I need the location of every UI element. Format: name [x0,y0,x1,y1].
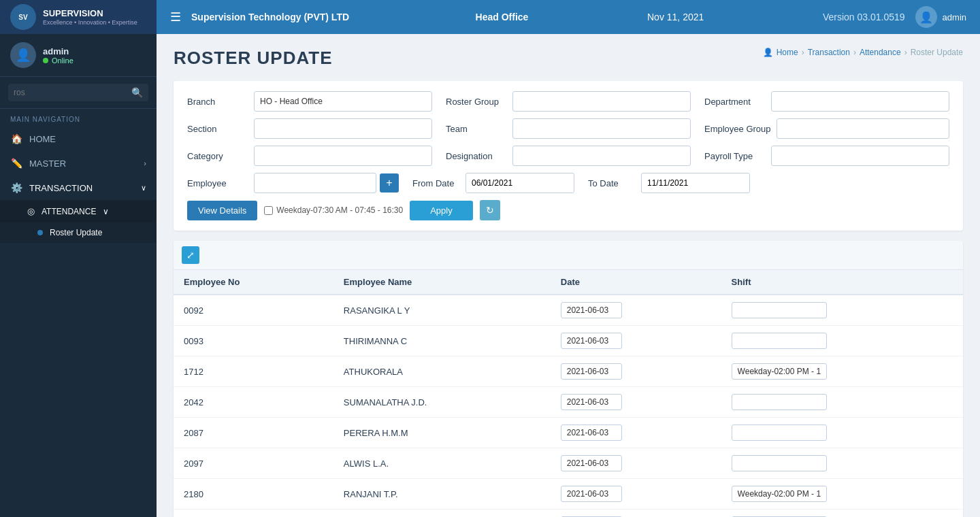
view-details-button[interactable]: View Details [187,201,257,220]
sidebar-logo: SV SUPERVISION Excellence • Innovation •… [0,0,157,34]
breadcrumb: 👤 Home › Transaction › Attendance › Rost… [763,48,963,57]
nav-section-label: MAIN NAVIGATION [0,109,157,127]
table-row: 2180RANJANI T.P.2021-06-03 [174,479,963,510]
breadcrumb-home[interactable]: Home [777,48,798,57]
topbar-user: 👤 admin [915,6,966,28]
sidebar-item-home[interactable]: 🏠 HOME [0,127,157,151]
breadcrumb-attendance[interactable]: Attendance [860,48,901,57]
section-row: Section [187,118,432,139]
transaction-icon: ⚙️ [10,182,22,193]
weekday-label: Weekday-07:30 AM - 07:45 - 16:30 [276,205,403,215]
expand-button[interactable]: ⤢ [182,246,199,264]
add-employee-button[interactable]: + [380,173,399,193]
col-employee-name: Employee Name [333,270,551,295]
cell-employee-no: 2242 [174,510,333,518]
employee-group-input[interactable] [777,118,949,139]
employee-input-wrap: + [254,173,399,193]
to-date-input[interactable] [641,173,750,193]
payroll-type-label: Payroll Type [704,151,766,161]
logo-text: SUPERVISION [43,8,137,19]
weekday-checkbox-label: Weekday-07:30 AM - 07:45 - 16:30 [264,205,403,215]
filter-panel: Branch Roster Group Department Section [174,81,963,231]
chevron-down-icon: ∨ [141,184,146,193]
cell-date: 2021-06-03 [551,356,721,387]
designation-row: Designation [446,146,691,166]
page-header: ROSTER UPDATE 👤 Home › Transaction › Att… [174,48,963,69]
shift-input[interactable] [732,486,827,502]
search-box: 🔍 [8,84,148,101]
search-icon: 🔍 [131,87,143,98]
department-input[interactable] [771,91,949,112]
cell-shift [721,326,963,356]
to-date-field: To Date [588,173,750,193]
from-date-input[interactable] [466,173,574,193]
shift-input[interactable] [732,394,827,410]
team-input[interactable] [512,118,691,139]
cell-date: 2021-06-03 [551,479,721,510]
cell-employee-no: 0092 [174,295,333,326]
shift-input[interactable] [732,363,827,380]
payroll-type-row: Payroll Type [704,146,949,166]
category-input[interactable] [254,146,432,166]
topbar: ☰ Supervision Technology (PVT) LTD Head … [157,0,980,34]
designation-input[interactable] [512,146,691,166]
team-row: Team [446,118,691,139]
employee-input[interactable] [254,173,376,193]
shift-input[interactable] [732,302,827,318]
search-input[interactable] [14,88,126,97]
content-area: ROSTER UPDATE 👤 Home › Transaction › Att… [157,34,980,517]
cell-employee-no: 2180 [174,479,333,510]
table-row: 2242IRANGANI G.G2021-06-03 [174,510,963,518]
roster-group-input[interactable] [512,91,691,112]
apply-button[interactable]: Apply [410,201,473,220]
roster-group-row: Roster Group [446,91,691,112]
sidebar-item-attendance[interactable]: ◎ ATTENDANCE ∨ [0,200,157,222]
date-label: Nov 11, 2021 [538,12,813,22]
shift-input[interactable] [732,333,827,349]
sidebar: SV SUPERVISION Excellence • Innovation •… [0,0,157,517]
cell-employee-no: 2042 [174,387,333,418]
col-shift: Shift [721,270,963,295]
main-area: ☰ Supervision Technology (PVT) LTD Head … [157,0,980,517]
search-area: 🔍 [0,77,157,109]
shift-input[interactable] [732,455,827,471]
shift-input[interactable] [732,424,827,441]
refresh-button[interactable]: ↻ [480,200,500,220]
roster-table: Employee No Employee Name Date Shift 009… [174,270,963,517]
section-input[interactable] [254,118,432,139]
breadcrumb-sep2: › [853,48,856,57]
cell-shift [721,479,963,510]
menu-icon[interactable]: ☰ [170,10,181,24]
branch-input[interactable] [254,91,432,112]
category-row: Category [187,146,432,166]
user-area: 👤 admin Online [0,34,157,77]
cell-employee-name: ALWIS L.A. [333,448,551,479]
cell-employee-name: RASANGIKA L Y [333,295,551,326]
branch-label: Branch [187,97,248,107]
team-label: Team [446,124,507,134]
logo-icon: SV [10,4,36,30]
sidebar-item-transaction[interactable]: ⚙️ TRANSACTION ∨ [0,176,157,200]
roster-group-label: Roster Group [446,97,507,107]
cell-employee-no: 0093 [174,326,333,356]
circle-icon: ◎ [27,206,35,216]
chevron-down-icon-attendance: ∨ [103,207,109,216]
breadcrumb-sep3: › [904,48,907,57]
weekday-checkbox[interactable] [264,206,273,215]
version-label: Version 03.01.0519 [823,12,905,22]
user-name: admin [43,46,74,56]
office-name: Head Office [476,12,529,22]
filter-grid: Branch Roster Group Department Section [187,91,949,166]
leaf-dot-icon [37,230,43,235]
department-row: Department [704,91,949,112]
breadcrumb-transaction[interactable]: Transaction [808,48,850,57]
payroll-type-input[interactable] [771,146,949,166]
avatar: 👤 [10,42,36,68]
employee-label: Employee [187,178,248,188]
table-row: 2097ALWIS L.A.2021-06-03 [174,448,963,479]
status-dot [43,58,48,63]
sidebar-item-roster-update[interactable]: Roster Update [0,222,157,243]
employee-row: Employee + [187,173,399,193]
sidebar-item-master[interactable]: ✏️ MASTER › [0,151,157,176]
cell-date: 2021-06-03 [551,418,721,448]
